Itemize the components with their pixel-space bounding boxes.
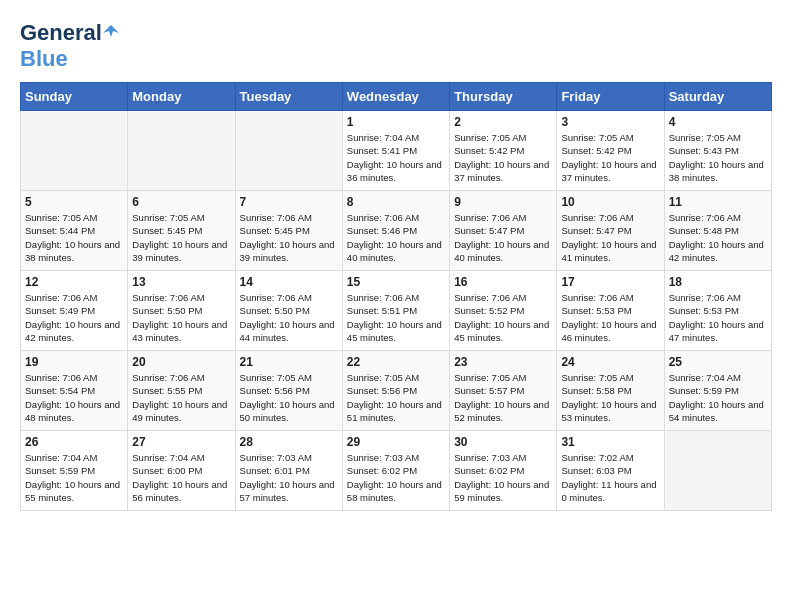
day-info: Sunrise: 7:05 AMSunset: 5:56 PMDaylight:…	[347, 371, 445, 424]
day-cell: 29Sunrise: 7:03 AMSunset: 6:02 PMDayligh…	[342, 431, 449, 511]
svg-marker-0	[103, 25, 119, 37]
week-row-2: 5Sunrise: 7:05 AMSunset: 5:44 PMDaylight…	[21, 191, 772, 271]
day-cell: 9Sunrise: 7:06 AMSunset: 5:47 PMDaylight…	[450, 191, 557, 271]
week-row-3: 12Sunrise: 7:06 AMSunset: 5:49 PMDayligh…	[21, 271, 772, 351]
day-number: 14	[240, 275, 338, 289]
day-info: Sunrise: 7:06 AMSunset: 5:46 PMDaylight:…	[347, 211, 445, 264]
day-info: Sunrise: 7:06 AMSunset: 5:49 PMDaylight:…	[25, 291, 123, 344]
page-header: General Blue	[20, 20, 772, 72]
day-number: 19	[25, 355, 123, 369]
day-info: Sunrise: 7:04 AMSunset: 6:00 PMDaylight:…	[132, 451, 230, 504]
column-header-wednesday: Wednesday	[342, 83, 449, 111]
day-cell: 30Sunrise: 7:03 AMSunset: 6:02 PMDayligh…	[450, 431, 557, 511]
day-number: 26	[25, 435, 123, 449]
day-cell: 21Sunrise: 7:05 AMSunset: 5:56 PMDayligh…	[235, 351, 342, 431]
day-number: 18	[669, 275, 767, 289]
day-cell: 7Sunrise: 7:06 AMSunset: 5:45 PMDaylight…	[235, 191, 342, 271]
day-number: 5	[25, 195, 123, 209]
day-info: Sunrise: 7:06 AMSunset: 5:51 PMDaylight:…	[347, 291, 445, 344]
day-number: 4	[669, 115, 767, 129]
day-number: 28	[240, 435, 338, 449]
calendar-table: SundayMondayTuesdayWednesdayThursdayFrid…	[20, 82, 772, 511]
logo: General Blue	[20, 20, 119, 72]
column-header-friday: Friday	[557, 83, 664, 111]
day-cell: 19Sunrise: 7:06 AMSunset: 5:54 PMDayligh…	[21, 351, 128, 431]
day-cell: 11Sunrise: 7:06 AMSunset: 5:48 PMDayligh…	[664, 191, 771, 271]
day-cell: 13Sunrise: 7:06 AMSunset: 5:50 PMDayligh…	[128, 271, 235, 351]
day-cell: 1Sunrise: 7:04 AMSunset: 5:41 PMDaylight…	[342, 111, 449, 191]
day-cell: 5Sunrise: 7:05 AMSunset: 5:44 PMDaylight…	[21, 191, 128, 271]
day-cell	[235, 111, 342, 191]
day-info: Sunrise: 7:06 AMSunset: 5:47 PMDaylight:…	[561, 211, 659, 264]
day-cell: 31Sunrise: 7:02 AMSunset: 6:03 PMDayligh…	[557, 431, 664, 511]
day-info: Sunrise: 7:06 AMSunset: 5:45 PMDaylight:…	[240, 211, 338, 264]
day-cell: 16Sunrise: 7:06 AMSunset: 5:52 PMDayligh…	[450, 271, 557, 351]
week-row-4: 19Sunrise: 7:06 AMSunset: 5:54 PMDayligh…	[21, 351, 772, 431]
day-number: 12	[25, 275, 123, 289]
logo-blue: Blue	[20, 46, 68, 71]
day-cell: 14Sunrise: 7:06 AMSunset: 5:50 PMDayligh…	[235, 271, 342, 351]
day-info: Sunrise: 7:05 AMSunset: 5:57 PMDaylight:…	[454, 371, 552, 424]
day-number: 25	[669, 355, 767, 369]
column-header-saturday: Saturday	[664, 83, 771, 111]
day-info: Sunrise: 7:05 AMSunset: 5:42 PMDaylight:…	[561, 131, 659, 184]
day-cell: 4Sunrise: 7:05 AMSunset: 5:43 PMDaylight…	[664, 111, 771, 191]
day-cell	[128, 111, 235, 191]
day-number: 24	[561, 355, 659, 369]
day-info: Sunrise: 7:04 AMSunset: 5:59 PMDaylight:…	[669, 371, 767, 424]
column-header-thursday: Thursday	[450, 83, 557, 111]
day-info: Sunrise: 7:06 AMSunset: 5:50 PMDaylight:…	[240, 291, 338, 344]
day-cell: 27Sunrise: 7:04 AMSunset: 6:00 PMDayligh…	[128, 431, 235, 511]
day-number: 15	[347, 275, 445, 289]
day-cell	[664, 431, 771, 511]
day-number: 20	[132, 355, 230, 369]
day-cell: 26Sunrise: 7:04 AMSunset: 5:59 PMDayligh…	[21, 431, 128, 511]
day-number: 9	[454, 195, 552, 209]
day-cell: 20Sunrise: 7:06 AMSunset: 5:55 PMDayligh…	[128, 351, 235, 431]
column-header-monday: Monday	[128, 83, 235, 111]
day-info: Sunrise: 7:03 AMSunset: 6:02 PMDaylight:…	[347, 451, 445, 504]
day-cell: 8Sunrise: 7:06 AMSunset: 5:46 PMDaylight…	[342, 191, 449, 271]
day-number: 11	[669, 195, 767, 209]
day-cell: 6Sunrise: 7:05 AMSunset: 5:45 PMDaylight…	[128, 191, 235, 271]
day-info: Sunrise: 7:05 AMSunset: 5:45 PMDaylight:…	[132, 211, 230, 264]
day-info: Sunrise: 7:05 AMSunset: 5:56 PMDaylight:…	[240, 371, 338, 424]
day-cell: 22Sunrise: 7:05 AMSunset: 5:56 PMDayligh…	[342, 351, 449, 431]
day-cell	[21, 111, 128, 191]
day-cell: 15Sunrise: 7:06 AMSunset: 5:51 PMDayligh…	[342, 271, 449, 351]
day-number: 17	[561, 275, 659, 289]
day-cell: 18Sunrise: 7:06 AMSunset: 5:53 PMDayligh…	[664, 271, 771, 351]
day-cell: 24Sunrise: 7:05 AMSunset: 5:58 PMDayligh…	[557, 351, 664, 431]
day-cell: 10Sunrise: 7:06 AMSunset: 5:47 PMDayligh…	[557, 191, 664, 271]
day-number: 27	[132, 435, 230, 449]
day-cell: 25Sunrise: 7:04 AMSunset: 5:59 PMDayligh…	[664, 351, 771, 431]
day-number: 21	[240, 355, 338, 369]
day-cell: 23Sunrise: 7:05 AMSunset: 5:57 PMDayligh…	[450, 351, 557, 431]
day-number: 23	[454, 355, 552, 369]
week-row-1: 1Sunrise: 7:04 AMSunset: 5:41 PMDaylight…	[21, 111, 772, 191]
day-number: 8	[347, 195, 445, 209]
day-cell: 17Sunrise: 7:06 AMSunset: 5:53 PMDayligh…	[557, 271, 664, 351]
day-number: 10	[561, 195, 659, 209]
day-info: Sunrise: 7:05 AMSunset: 5:58 PMDaylight:…	[561, 371, 659, 424]
day-info: Sunrise: 7:02 AMSunset: 6:03 PMDaylight:…	[561, 451, 659, 504]
day-info: Sunrise: 7:06 AMSunset: 5:54 PMDaylight:…	[25, 371, 123, 424]
day-info: Sunrise: 7:04 AMSunset: 5:41 PMDaylight:…	[347, 131, 445, 184]
day-number: 16	[454, 275, 552, 289]
day-cell: 2Sunrise: 7:05 AMSunset: 5:42 PMDaylight…	[450, 111, 557, 191]
column-header-sunday: Sunday	[21, 83, 128, 111]
day-info: Sunrise: 7:06 AMSunset: 5:48 PMDaylight:…	[669, 211, 767, 264]
day-number: 29	[347, 435, 445, 449]
week-row-5: 26Sunrise: 7:04 AMSunset: 5:59 PMDayligh…	[21, 431, 772, 511]
day-info: Sunrise: 7:05 AMSunset: 5:43 PMDaylight:…	[669, 131, 767, 184]
day-cell: 28Sunrise: 7:03 AMSunset: 6:01 PMDayligh…	[235, 431, 342, 511]
day-number: 1	[347, 115, 445, 129]
day-number: 6	[132, 195, 230, 209]
day-number: 3	[561, 115, 659, 129]
day-number: 7	[240, 195, 338, 209]
day-info: Sunrise: 7:06 AMSunset: 5:55 PMDaylight:…	[132, 371, 230, 424]
day-number: 13	[132, 275, 230, 289]
day-info: Sunrise: 7:06 AMSunset: 5:53 PMDaylight:…	[561, 291, 659, 344]
day-info: Sunrise: 7:05 AMSunset: 5:44 PMDaylight:…	[25, 211, 123, 264]
day-info: Sunrise: 7:06 AMSunset: 5:53 PMDaylight:…	[669, 291, 767, 344]
